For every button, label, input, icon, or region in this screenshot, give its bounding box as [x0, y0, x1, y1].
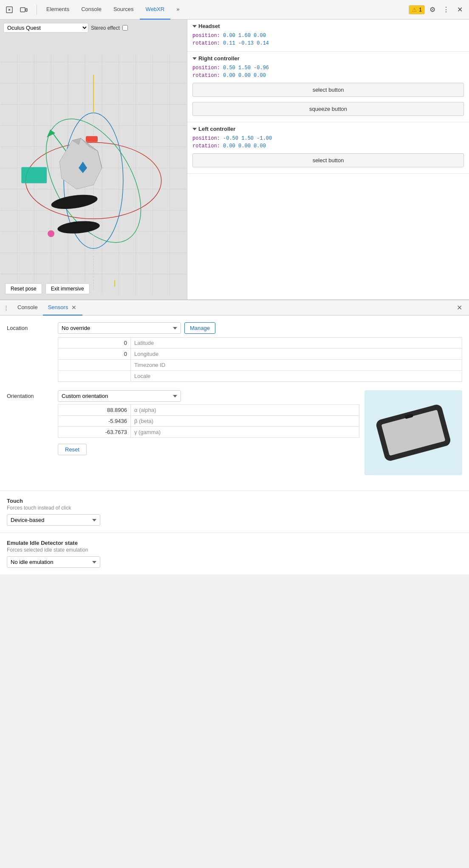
orientation-input-grid: α (alpha) β (beta) γ (gamma) [58, 404, 359, 438]
orientation-controls-wrapper: Custom orientation α (alpha) β (beta) [58, 390, 462, 475]
exit-immersive-button[interactable]: Exit immersive [45, 283, 90, 294]
tab-sensors-bottom[interactable]: Sensors ✕ [43, 300, 83, 316]
topbar-right: ⚠ 1 ⚙ ⋮ ✕ [409, 4, 466, 16]
close-bottom-panel-icon[interactable]: ✕ [453, 302, 466, 313]
latitude-input[interactable] [62, 340, 127, 346]
svg-rect-1 [20, 8, 25, 12]
idle-section: Emulate Idle Detector state Forces selec… [0, 533, 469, 575]
gamma-label: γ (gamma) [131, 427, 359, 437]
xr-panel: Headset position: 0.00 1.60 0.00 rotatio… [187, 20, 469, 299]
timezone-input-cell [58, 360, 130, 370]
right-controller-rotation: rotation: 0.00 0.00 0.00 [192, 73, 464, 79]
tab-more[interactable]: » [170, 0, 185, 20]
tab-console[interactable]: Console [75, 0, 107, 20]
alpha-input-cell [58, 405, 130, 415]
location-select-row: No override Manage [58, 322, 462, 334]
timezone-label: Timezone ID [131, 360, 462, 370]
device-select[interactable]: Oculus Quest [3, 23, 88, 33]
longitude-input-cell [58, 349, 130, 359]
tab-webxr[interactable]: WebXR [140, 0, 171, 20]
bottom-panel-dots-icon[interactable]: ⋮ [3, 304, 9, 311]
phone-illustration-container [364, 390, 462, 475]
orientation-left: Custom orientation α (alpha) β (beta) [58, 390, 359, 455]
reset-pose-button[interactable]: Reset pose [5, 283, 42, 294]
timezone-input[interactable] [62, 362, 127, 368]
sensors-content: Location No override Manage Latitude [0, 316, 469, 490]
manage-button[interactable]: Manage [184, 322, 215, 334]
topbar-divider [37, 5, 37, 15]
location-controls: No override Manage Latitude Longitude [58, 322, 462, 382]
latitude-label: Latitude [131, 338, 462, 348]
right-controller-section: Right controller position: 0.50 1.50 -0.… [187, 52, 469, 122]
location-select[interactable]: No override [58, 322, 181, 334]
viewer-panel: Oculus Quest Stereo effect [0, 20, 187, 299]
headset-collapse-icon[interactable] [192, 25, 197, 28]
beta-input-cell [58, 416, 130, 426]
right-controller-collapse-icon[interactable] [192, 57, 197, 60]
phone-illustration [375, 403, 452, 462]
more-options-icon[interactable]: ⋮ [440, 4, 452, 16]
left-controller-collapse-icon[interactable] [192, 128, 197, 130]
inspect-icon[interactable] [3, 4, 15, 16]
tab-sensors-close-icon[interactable]: ✕ [71, 304, 77, 311]
left-controller-select-button[interactable]: select button [192, 153, 464, 167]
touch-section: Touch Forces touch instead of click Devi… [0, 490, 469, 533]
headset-section: Headset position: 0.00 1.60 0.00 rotatio… [187, 20, 469, 52]
location-row: Location No override Manage Latitude [7, 322, 462, 382]
idle-title: Emulate Idle Detector state [7, 540, 462, 546]
gamma-input[interactable] [62, 429, 127, 435]
headset-rotation: rotation: 0.11 -0.13 0.14 [192, 40, 464, 46]
orientation-select[interactable]: Custom orientation [58, 390, 181, 402]
svg-rect-2 [26, 8, 27, 11]
viewer-buttons: Reset pose Exit immersive [5, 283, 90, 294]
alpha-label: α (alpha) [131, 405, 359, 415]
tab-sources[interactable]: Sources [107, 0, 140, 20]
orientation-label: Orientation [7, 390, 58, 399]
touch-select[interactable]: Device-based [7, 514, 100, 526]
locale-input[interactable] [62, 373, 127, 379]
right-controller-title: Right controller [192, 55, 464, 62]
orientation-reset-button[interactable]: Reset [58, 444, 87, 455]
stereo-label: Stereo effect [91, 25, 120, 31]
orientation-row: Orientation Custom orientation α (alpha) [7, 390, 462, 475]
idle-subtitle: Forces selected idle state emulation [7, 547, 462, 553]
settings-icon[interactable]: ⚙ [427, 4, 438, 16]
device-icon[interactable] [18, 4, 30, 16]
location-label: Location [7, 322, 58, 331]
svg-rect-34 [21, 167, 47, 183]
viewer-toolbar: Oculus Quest Stereo effect [3, 23, 128, 33]
left-controller-title: Left controller [192, 126, 464, 132]
locale-label: Locale [131, 371, 462, 381]
bottom-tab-bar: ⋮ Console Sensors ✕ ✕ [0, 300, 469, 316]
headset-title: Headset [192, 23, 464, 29]
longitude-label: Longitude [131, 349, 462, 359]
topbar-left-icons [3, 4, 30, 16]
latitude-input-cell [58, 338, 130, 348]
beta-label: β (beta) [131, 416, 359, 426]
tab-elements[interactable]: Elements [40, 0, 75, 20]
location-input-grid: Latitude Longitude Timezone ID Locale [58, 337, 462, 382]
main-tab-nav: Elements Console Sources WebXR » [40, 0, 407, 20]
phone-body [375, 403, 452, 462]
idle-select[interactable]: No idle emulation [7, 556, 100, 568]
right-controller-select-button[interactable]: select button [192, 83, 464, 97]
beta-input[interactable] [62, 418, 127, 424]
left-controller-section: Left controller position: -0.50 1.50 -1.… [187, 122, 469, 174]
touch-subtitle: Forces touch instead of click [7, 505, 462, 511]
close-devtools-icon[interactable]: ✕ [454, 4, 466, 16]
warning-badge[interactable]: ⚠ 1 [409, 5, 425, 14]
stereo-checkbox[interactable] [122, 25, 128, 31]
tab-console-bottom[interactable]: Console [12, 300, 43, 316]
phone-screen [381, 410, 445, 456]
orientation-controls: Custom orientation α (alpha) β (beta) [58, 390, 462, 475]
3d-viewer-canvas [0, 20, 187, 299]
gamma-input-cell [58, 427, 130, 437]
touch-title: Touch [7, 498, 462, 504]
svg-point-42 [48, 230, 54, 237]
right-controller-squeeze-button[interactable]: squeeze button [192, 102, 464, 116]
longitude-input[interactable] [62, 351, 127, 357]
main-split: Oculus Quest Stereo effect [0, 20, 469, 300]
headset-position: position: 0.00 1.60 0.00 [192, 33, 464, 39]
bottom-panel: ⋮ Console Sensors ✕ ✕ Location No overri… [0, 300, 469, 575]
alpha-input[interactable] [62, 407, 127, 413]
